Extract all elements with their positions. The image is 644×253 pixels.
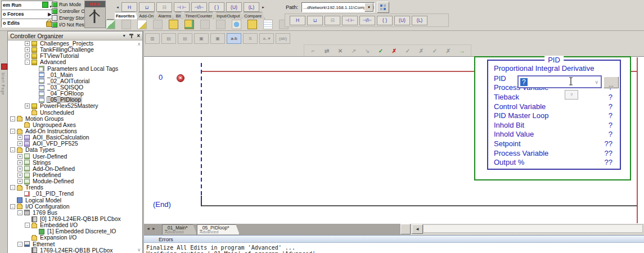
zoom-out-rung-button[interactable]: ↘ (362, 46, 373, 55)
collapse-icon[interactable]: - (10, 129, 15, 134)
branch-append-button[interactable]: ▤ (178, 33, 192, 44)
tree-item[interactable]: +Add-On-Defined (8, 166, 142, 172)
tree-item[interactable]: _05_PIDloop (8, 97, 142, 103)
toggle-rail-button[interactable]: ▥ (145, 33, 160, 44)
tree-item[interactable]: -Data Types (8, 147, 142, 153)
edits-dropdown[interactable]: o Edits (1, 19, 54, 28)
tree-item[interactable]: Logical Model (8, 197, 142, 204)
pid-operand-value[interactable]: ? (609, 93, 613, 101)
pane-splitter[interactable] (400, 224, 411, 234)
start-page-icon[interactable] (1, 64, 7, 70)
cross-reference-icon[interactable] (263, 20, 273, 29)
ladder-instruction-button[interactable]: (U) (394, 16, 410, 25)
disabled-a-icon[interactable] (153, 20, 163, 29)
tab-scroll-right-icon[interactable]: ► (152, 227, 156, 231)
path-combobox[interactable]: ...dNetwork\192.168.1.11\CompactBus\0* (301, 2, 375, 12)
routine-tab-2[interactable]: _05_PIDloop*Advanced (197, 224, 240, 234)
operand-browse-button[interactable]: ... (604, 76, 619, 88)
zoom-in-rung-button[interactable]: ↗ (348, 46, 359, 55)
tree-item[interactable]: -Advanced (8, 59, 142, 65)
expand-icon[interactable]: + (25, 53, 30, 58)
scroll-up-icon[interactable]: ∧ (137, 42, 141, 47)
ladder-instruction-button[interactable]: ( ) (377, 16, 393, 25)
browse-logic-icon[interactable] (232, 20, 241, 29)
collapse-icon[interactable]: - (25, 60, 30, 65)
tree-item[interactable]: Expansion I/O (8, 234, 142, 241)
tree-item[interactable]: +Challenges_Projects (8, 40, 142, 47)
expand-icon[interactable]: + (17, 141, 22, 146)
pid-operand-value[interactable]: ?? (605, 149, 613, 157)
display-dropdown-button[interactable]: a..▾ (259, 33, 274, 44)
text-display-button[interactable]: a-b (227, 33, 241, 44)
hscroll-left-icon[interactable]: ◄ (412, 224, 423, 234)
tree-item[interactable]: _01_Main (8, 72, 142, 78)
forces-dropdown[interactable]: o Forces ▶. (1, 10, 54, 19)
pid-operand-value[interactable]: ?? (605, 139, 613, 148)
tree-item[interactable]: +AOI_VFD_PF525 (8, 141, 142, 147)
expand-icon[interactable]: + (17, 135, 22, 140)
trace-span-button[interactable]: ⇄ (321, 46, 332, 55)
collapse-icon[interactable]: - (17, 242, 22, 247)
tree-item[interactable]: -Add-On Instructions (8, 128, 142, 134)
path-dropdown-button[interactable]: ▼ (364, 3, 373, 12)
scroll-down-icon[interactable]: ∨ (137, 247, 141, 252)
hscroll-trough[interactable] (423, 224, 643, 233)
start-page-vertical-tab[interactable]: Start Page (1, 73, 5, 96)
ladder-instruction-button[interactable]: ⊣/⊢ (191, 2, 207, 12)
ladder-instruction-button[interactable]: ⊔ (139, 2, 155, 12)
ladder-instruction-button[interactable]: H (290, 16, 305, 25)
pid-operand-value[interactable]: ? (609, 130, 613, 138)
tree-item[interactable]: -Motion Groups (8, 116, 142, 122)
verify-cancel-button[interactable]: ✗ (389, 46, 400, 55)
pid-operand-value[interactable]: ? (609, 121, 613, 129)
tree-item[interactable]: +Module-Defined (8, 178, 142, 184)
collapse-icon[interactable]: - (10, 185, 15, 190)
instruction-tab-addon[interactable]: Add-On (136, 12, 157, 19)
tree-item[interactable]: [1] Embedded Discrete_IO (8, 228, 142, 234)
edit-pencil-icon[interactable] (137, 20, 147, 29)
branch-insert-button[interactable]: ▤ (161, 33, 176, 44)
tree-item[interactable]: +Predefined (8, 172, 142, 178)
pin-icon[interactable] (129, 33, 134, 39)
collapse-icon[interactable]: - (10, 116, 15, 121)
tree-item[interactable]: +TankFillingChallenge (8, 47, 142, 53)
folder-verify-icon[interactable] (184, 20, 194, 29)
instruction-tab-timercounter[interactable]: Timer/Counter (182, 12, 215, 19)
ladder-instruction-button[interactable]: ⊣ ⊢ (174, 2, 190, 12)
box-instruction-a-button[interactable]: ▣ (194, 33, 209, 44)
tree-item[interactable]: +Strings (8, 160, 142, 166)
collapse-icon[interactable]: - (25, 223, 30, 228)
collapse-icon[interactable]: - (10, 204, 15, 209)
folder-open-icon[interactable] (247, 20, 257, 29)
tree-item[interactable]: _01_PID_Trend (8, 191, 142, 197)
expand-icon[interactable]: + (25, 41, 30, 46)
cancel-pending-button[interactable]: ✗ (416, 46, 427, 55)
tab-scroll-left-icon[interactable]: ◄ (146, 227, 150, 231)
tree-item[interactable]: +User-Defined (8, 153, 142, 160)
expand-icon[interactable]: + (17, 179, 22, 184)
tree-item[interactable]: -Ethernet (8, 241, 142, 247)
tree-item[interactable]: -Embedded I/O (8, 222, 142, 228)
expand-icon[interactable]: + (17, 166, 22, 171)
expand-icon[interactable]: + (25, 103, 30, 109)
pid-operand-value[interactable]: ?? (605, 158, 613, 166)
expand-icon[interactable]: + (17, 173, 22, 178)
new-component-icon[interactable] (106, 20, 115, 29)
operand-dropdown-icon[interactable]: ∨ (595, 79, 598, 85)
collapse-icon[interactable]: - (17, 210, 22, 215)
pid-operand-value[interactable]: ? (609, 102, 613, 111)
tree-item[interactable]: [0] 1769-L24ER-QB1B PLCbox (8, 216, 142, 222)
tree-item[interactable]: Unscheduled (8, 110, 142, 116)
pid-operand-value[interactable]: ? (609, 111, 613, 120)
operand-edit-box[interactable]: ? ∨ (517, 75, 602, 88)
ladder-instruction-button[interactable]: (L) (412, 16, 427, 25)
tree-item[interactable]: _02_AOITutorial (8, 78, 142, 84)
tree-item[interactable]: 1769-L24ER-QB1B PLCbox (8, 247, 142, 253)
instruction-tab-favorites[interactable]: Favorites (115, 12, 138, 19)
palette-scroll-left-icon[interactable]: ◄ (115, 6, 120, 9)
box-instruction-b-button[interactable]: ▣ (210, 33, 225, 44)
expand-icon[interactable]: + (17, 160, 22, 165)
tree-item[interactable]: +AOI_BasicCalculation (8, 134, 142, 141)
disabled-c-icon[interactable] (216, 20, 226, 29)
expand-icon[interactable]: + (17, 154, 22, 159)
